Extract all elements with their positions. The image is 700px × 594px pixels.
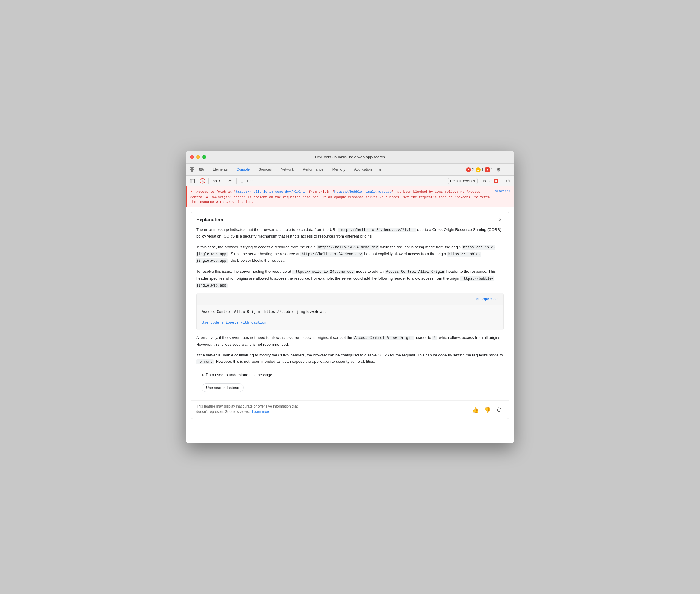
more-options-btn[interactable]: ⋮ <box>504 166 512 174</box>
tab-elements[interactable]: Elements <box>208 164 232 175</box>
code-snippet-content: Access-Control-Allow-Origin: https://bub… <box>197 305 503 319</box>
copy-code-label: Copy code <box>481 297 497 301</box>
top-context-selector[interactable]: top ▼ <box>211 178 222 184</box>
window-title: DevTools - bubble-jingle.web.app/search <box>315 155 385 159</box>
svg-rect-1 <box>192 168 194 169</box>
tab-right-area: ✖ 2 ▲ 1 ■ 1 ⚙ ⋮ <box>466 166 512 174</box>
para4-code1: Access-Control-Allow-Origin <box>353 335 414 340</box>
explanation-title: Explanation <box>196 217 223 223</box>
levels-dropdown[interactable]: Default levels ▼ <box>448 178 478 184</box>
tab-application[interactable]: Application <box>350 164 376 175</box>
info-badge: ■ <box>485 167 490 172</box>
svg-rect-5 <box>203 169 204 170</box>
error-source-link[interactable]: search:1 <box>495 189 511 194</box>
info-badge-group: ■ 1 <box>485 167 493 172</box>
title-bar: DevTools - bubble-jingle.web.app/search <box>186 151 514 164</box>
explanation-para2: In this case, the browser is trying to a… <box>196 244 504 264</box>
close-button[interactable] <box>190 155 194 159</box>
explanation-para3: To resolve this issue, the server hostin… <box>196 268 504 289</box>
tab-console[interactable]: Console <box>232 164 254 175</box>
para2-code1: https://hello-io-24.deno.dev <box>317 245 379 250</box>
feedback-icons: 👍 👎 ⏱ <box>471 405 504 415</box>
levels-arrow-icon: ▼ <box>473 179 476 183</box>
data-used-row[interactable]: ▶ Data used to understand this message <box>196 369 504 381</box>
para1-code: https://hello-io-24.deno.dev/?lvl=1 <box>338 228 416 232</box>
svg-rect-9 <box>190 179 195 183</box>
explanation-body: The error message indicates that the bro… <box>191 227 509 401</box>
para3-code2: Access-Control-Allow-Origin <box>385 269 445 274</box>
toolbar-right: Default levels ▼ 1 Issue: ■ 1 ⚙ <box>448 177 512 185</box>
eye-btn[interactable]: 👁 <box>226 177 235 185</box>
minimize-button[interactable] <box>196 155 200 159</box>
inspect-icon <box>189 167 195 172</box>
explanation-para1: The error message indicates that the bro… <box>196 227 504 240</box>
error-url1-link[interactable]: https://hello-io-24.deno.dev/?lvl=1 <box>236 190 305 194</box>
tab-network[interactable]: Network <box>277 164 298 175</box>
divider-3 <box>236 178 237 184</box>
data-used-label: Data used to understand this message <box>206 372 272 378</box>
thumbs-down-btn[interactable]: 👎 <box>483 405 492 415</box>
para4-code2: * <box>432 335 436 340</box>
svg-rect-4 <box>200 168 203 170</box>
error-log-line: ✖ Access to fetch at 'https://hello-io-2… <box>186 187 514 207</box>
console-content: ✖ Access to fetch at 'https://hello-io-2… <box>186 187 514 443</box>
error-icon: ✖ <box>190 190 193 194</box>
code-block-header: ⧉ Copy code <box>197 293 503 305</box>
warn-badge: ▲ <box>476 167 481 172</box>
settings-btn[interactable]: ⚙ <box>494 166 502 174</box>
issue-label: 1 Issue: ■ 1 <box>480 179 502 184</box>
tab-memory[interactable]: Memory <box>328 164 349 175</box>
svg-rect-3 <box>192 170 194 172</box>
sidebar-toggle-btn[interactable] <box>188 177 197 185</box>
device-toggle-btn[interactable] <box>198 166 206 174</box>
explanation-close-btn[interactable]: × <box>497 216 504 224</box>
para3-code1: https://hello-io-24.deno.dev <box>292 269 355 274</box>
divider-1 <box>208 178 209 184</box>
filter-label: Filter <box>245 179 253 183</box>
disclaimer-text: This feature may display inaccurate or o… <box>196 404 310 415</box>
error-badge-group: ✖ 2 <box>466 167 474 172</box>
filter-btn[interactable]: ⊞ Filter <box>238 178 255 184</box>
inspect-icon-btn[interactable] <box>188 166 196 174</box>
code-block: ⧉ Copy code Access-Control-Allow-Origin:… <box>196 293 504 330</box>
devtools-window: DevTools - bubble-jingle.web.app/search <box>186 151 514 443</box>
dropdown-arrow-icon: ▼ <box>218 179 221 183</box>
clear-console-btn[interactable]: 🚫 <box>198 177 207 185</box>
explanation-para4: Alternatively, if the server does not ne… <box>196 334 504 348</box>
learn-more-link[interactable]: Learn more <box>252 410 270 414</box>
thumbs-up-btn[interactable]: 👍 <box>471 405 480 415</box>
maximize-button[interactable] <box>203 155 206 159</box>
more-tabs-btn[interactable]: » <box>377 166 384 173</box>
error-text: ✖ Access to fetch at 'https://hello-io-2… <box>190 189 492 205</box>
svg-rect-0 <box>190 168 192 169</box>
flag-btn[interactable]: ⏱ <box>495 405 504 415</box>
para2-code3: https://hello-io-24.deno.dev <box>301 252 363 257</box>
error-count: 2 <box>472 168 474 172</box>
data-used-arrow-icon: ▶ <box>202 372 204 377</box>
code-snippet-warning-link[interactable]: Use code snippets with caution <box>197 319 503 330</box>
sidebar-icon <box>190 179 195 183</box>
svg-rect-2 <box>190 170 192 172</box>
tab-performance[interactable]: Performance <box>299 164 327 175</box>
explanation-header: Explanation × <box>191 212 509 227</box>
tab-sources[interactable]: Sources <box>254 164 276 175</box>
error-badge: ✖ <box>466 167 471 172</box>
explanation-para5: If the server is unable or unwilling to … <box>196 352 504 365</box>
device-icon <box>199 167 204 172</box>
error-url2-link[interactable]: https://bubble-jingle.web.app <box>335 190 391 194</box>
filter-icon: ⊞ <box>241 179 244 183</box>
console-toolbar: 🚫 top ▼ 👁 ⊞ Filter Default levels ▼ 1 Is… <box>186 176 514 187</box>
error-text-before: Access to fetch at ' <box>196 190 236 194</box>
levels-label: Default levels <box>450 179 471 183</box>
para5-code1: no-cors <box>196 359 213 364</box>
copy-icon: ⧉ <box>476 297 479 301</box>
top-label: top <box>212 179 217 183</box>
use-search-btn[interactable]: Use search instead <box>202 383 244 392</box>
disclaimer-area: This feature may display inaccurate or o… <box>191 400 509 419</box>
issue-badge: ■ <box>494 179 498 184</box>
traffic-lights <box>190 155 206 159</box>
warn-badge-group: ▲ 1 <box>476 167 484 172</box>
console-settings-btn[interactable]: ⚙ <box>504 177 512 185</box>
warn-count: 1 <box>481 168 484 172</box>
copy-code-btn[interactable]: ⧉ Copy code <box>474 296 500 302</box>
